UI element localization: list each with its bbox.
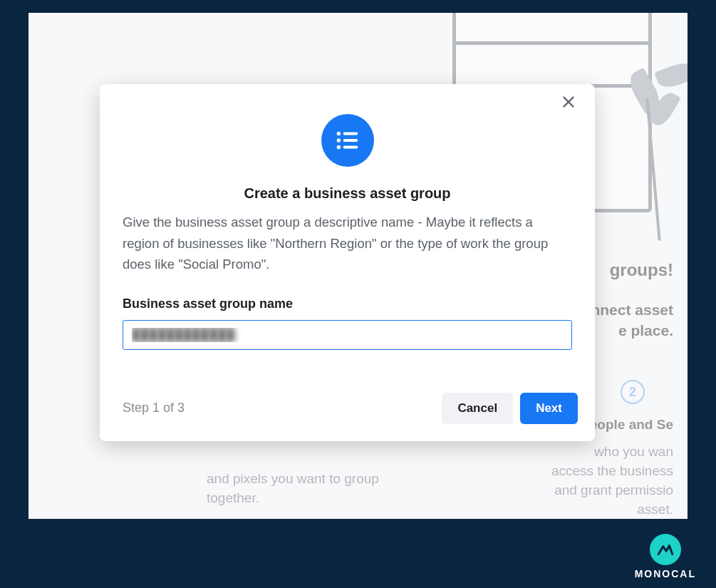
brand-logo-icon	[650, 534, 681, 565]
brand-watermark: MONOCAL	[635, 534, 696, 579]
modal-title: Create a business asset group	[100, 185, 595, 202]
svg-rect-3	[343, 139, 358, 142]
create-asset-group-modal: Create a business asset group Give the b…	[100, 84, 595, 441]
svg-point-4	[336, 145, 340, 149]
modal-description: Give the business asset group a descript…	[123, 212, 572, 275]
close-icon	[561, 94, 576, 110]
group-name-label: Business asset group name	[123, 296, 572, 311]
close-button[interactable]	[561, 94, 583, 117]
list-icon	[321, 114, 374, 167]
group-name-input[interactable]	[123, 320, 572, 350]
next-button[interactable]: Next	[520, 393, 578, 424]
modal-footer: Step 1 of 3 Cancel Next	[123, 393, 578, 424]
page-background: groups! nnect asset e place. 2 People an…	[28, 13, 688, 519]
svg-rect-5	[343, 145, 358, 148]
svg-rect-1	[343, 132, 358, 135]
brand-name: MONOCAL	[635, 568, 696, 579]
svg-point-0	[336, 132, 340, 135]
cancel-button[interactable]: Cancel	[442, 393, 513, 424]
step-indicator: Step 1 of 3	[123, 401, 185, 416]
modal-icon-container	[100, 84, 595, 167]
svg-point-2	[336, 138, 340, 142]
